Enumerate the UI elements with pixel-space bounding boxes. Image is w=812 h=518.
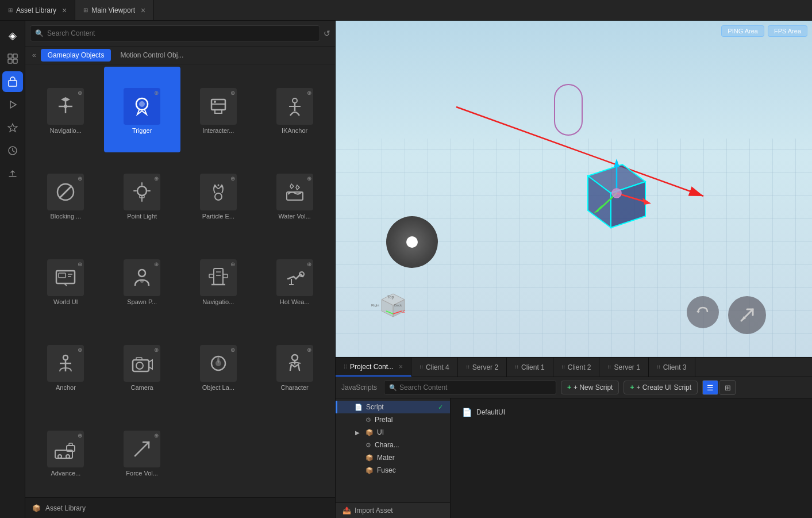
category-row: « Gameplay Objects Motion Control Obj... xyxy=(25,47,335,64)
asset-item-particle-e[interactable]: ⊕ Particle E... xyxy=(180,152,257,238)
asset-label-water-vol: Water Vol... xyxy=(278,213,310,220)
svg-marker-71 xyxy=(614,159,619,167)
tree-item-chara[interactable]: ⚙ Chara... xyxy=(336,439,450,451)
svg-point-10 xyxy=(64,105,67,108)
drag-handle-server-2: ⁞⁞ xyxy=(466,364,470,370)
svg-rect-2 xyxy=(8,59,12,63)
category-motion[interactable]: Motion Control Obj... xyxy=(113,49,190,62)
recenter-button[interactable] xyxy=(687,296,719,328)
asset-label-trigger: Trigger xyxy=(132,127,152,134)
new-script-button[interactable]: + + New Script xyxy=(561,381,619,394)
bottom-tab-server-2[interactable]: ⁞⁞ Server 2 xyxy=(458,358,507,377)
search-input[interactable] xyxy=(47,29,315,37)
bottom-tab-client-1[interactable]: ⁞⁞ Client 1 xyxy=(507,358,553,377)
asset-icon-water-vol: ⊕ xyxy=(276,174,313,210)
sidebar-icon-upload[interactable] xyxy=(2,163,23,184)
corner-blocking: ⊕ xyxy=(78,175,82,182)
bottom-tab-client-2[interactable]: ⁞⁞ Client 2 xyxy=(553,358,600,377)
asset-item-character[interactable]: ⊕ Character xyxy=(256,324,333,409)
asset-label-interacter: Interacter... xyxy=(202,127,234,134)
import-label: Import Asset xyxy=(355,507,393,515)
asset-label-camera: Camera xyxy=(131,384,153,391)
sidebar-icon-history[interactable] xyxy=(2,140,23,161)
search-content-box[interactable]: 🔍 xyxy=(384,380,556,395)
drag-handle-client-1: ⁞⁞ xyxy=(515,364,518,370)
grid-view-button[interactable]: ⊞ xyxy=(719,380,736,395)
tab-asset-library[interactable]: ⊞ Asset Library × xyxy=(0,0,75,20)
asset-item-ikanchor[interactable]: ⊕ IKAnchor xyxy=(256,67,333,152)
reset-button[interactable]: ↺ xyxy=(324,29,330,38)
javascripts-label: JavaScripts xyxy=(341,383,377,392)
bottom-tab-project-cont[interactable]: ⁞⁞ Project Cont... × xyxy=(336,358,411,377)
asset-item-force-vol[interactable]: ⊕ Force Vol... xyxy=(104,409,180,495)
asset-footer[interactable]: 📦 Asset Library xyxy=(25,497,335,518)
svg-rect-33 xyxy=(59,273,66,278)
asset-grid: ⊕ Navigatio... ⊕ Trigger xyxy=(25,64,335,497)
svg-point-16 xyxy=(293,98,297,103)
tree-item-prefal[interactable]: ⚙ Prefal xyxy=(336,413,450,426)
asset-label-point-light: Point Light xyxy=(127,213,157,220)
list-view-button[interactable]: ☰ xyxy=(702,380,718,395)
fps-area-badge[interactable]: FPS Area xyxy=(768,25,807,37)
asset-item-world-ui[interactable]: ⊕ World UI xyxy=(28,238,104,324)
sidebar-icon-assets[interactable] xyxy=(2,71,23,92)
corner-point-light: ⊕ xyxy=(154,175,159,182)
tab-close-main-viewport[interactable]: × xyxy=(141,6,145,15)
asset-label-character: Character xyxy=(280,384,308,391)
sidebar-icon-scene[interactable] xyxy=(2,48,23,69)
sidebar-icon-star[interactable] xyxy=(2,117,23,138)
tree-expand-ui[interactable]: ▶ xyxy=(355,429,362,436)
svg-point-38 xyxy=(140,279,144,283)
svg-marker-6 xyxy=(8,124,17,132)
corner-object-la: ⊕ xyxy=(230,347,235,353)
asset-icon-interacter: ⊕ xyxy=(200,88,237,125)
ping-area-badge[interactable]: PING Area xyxy=(721,25,764,37)
bottom-tab-server-1[interactable]: ⁞⁞ Server 1 xyxy=(599,358,648,377)
search-content-input[interactable] xyxy=(399,383,551,392)
file-item-defaultui[interactable]: 📄 DefaultUI xyxy=(457,405,805,419)
viewport[interactable]: PING Area FPS Area xyxy=(336,21,812,357)
capsule-character xyxy=(554,84,583,136)
tree-label-script: Script xyxy=(366,403,384,411)
sidebar-icon-play[interactable] xyxy=(2,94,23,115)
asset-item-navigation[interactable]: ⊕ Navigatio... xyxy=(28,67,104,152)
asset-item-hot-wea[interactable]: ⊕ Hot Wea... xyxy=(256,238,333,324)
tab-main-viewport[interactable]: ⊞ Main Viewport × xyxy=(75,0,154,20)
asset-item-navigatio2[interactable]: ⊕ Navigatio... xyxy=(180,238,257,324)
category-gameplay[interactable]: Gameplay Objects xyxy=(41,49,111,62)
tree-item-fusec[interactable]: 📦 Fusec xyxy=(336,464,450,477)
asset-item-spawn-p[interactable]: ⊕ Spawn P... xyxy=(104,238,180,324)
move-gizmo[interactable] xyxy=(386,216,438,268)
asset-item-anchor[interactable]: ⊕ Anchor xyxy=(28,324,104,409)
asset-icon-camera: ⊕ xyxy=(124,345,160,382)
asset-item-camera[interactable]: ⊕ Camera xyxy=(104,324,180,409)
svg-point-15 xyxy=(214,101,216,103)
asset-item-trigger[interactable]: ⊕ Trigger xyxy=(104,67,180,152)
asset-item-point-light[interactable]: ⊕ Point Light xyxy=(104,152,180,238)
asset-label-world-ui: World UI xyxy=(53,298,78,305)
asset-item-blocking[interactable]: ⊕ Blocking ... xyxy=(28,152,104,238)
asset-item-advance[interactable]: ⊕ Advance... xyxy=(28,409,104,495)
sidebar-icon-logo[interactable]: ◈ xyxy=(2,25,23,46)
asset-item-interacter[interactable]: ⊕ Interacter... xyxy=(180,67,257,152)
tree-item-mater[interactable]: 📦 Mater xyxy=(336,451,450,464)
svg-line-58 xyxy=(289,362,295,363)
create-ui-script-button[interactable]: + + Create UI Script xyxy=(624,381,698,394)
bottom-tab-client-4[interactable]: ⁞⁞ Client 4 xyxy=(411,358,458,377)
viewport-overlay-badges: PING Area FPS Area xyxy=(721,25,807,37)
svg-point-76 xyxy=(612,189,621,198)
asset-item-water-vol[interactable]: ⊕ Water Vol... xyxy=(256,152,333,238)
bottom-tab-close-project-cont[interactable]: × xyxy=(399,363,403,371)
collapse-button[interactable]: « xyxy=(30,49,39,62)
tree-item-script[interactable]: 📄 Script ✓ xyxy=(336,401,450,413)
svg-text:Top: Top xyxy=(387,295,394,300)
tab-close-asset-library[interactable]: × xyxy=(62,6,67,15)
bottom-tab-client-3[interactable]: ⁞⁞ Client 3 xyxy=(649,358,695,377)
tree-item-ui[interactable]: ▶ 📦 UI xyxy=(336,426,450,439)
import-asset-button[interactable]: 📤 Import Asset xyxy=(336,502,450,518)
bottom-tab-label-server-1: Server 1 xyxy=(614,363,640,371)
search-box[interactable]: 🔍 xyxy=(30,25,320,41)
orientation-cube[interactable]: Top Right Back Z xyxy=(370,277,416,323)
asset-item-object-la[interactable]: ⊕ Object La... xyxy=(180,324,257,409)
attack-button[interactable] xyxy=(728,296,766,334)
